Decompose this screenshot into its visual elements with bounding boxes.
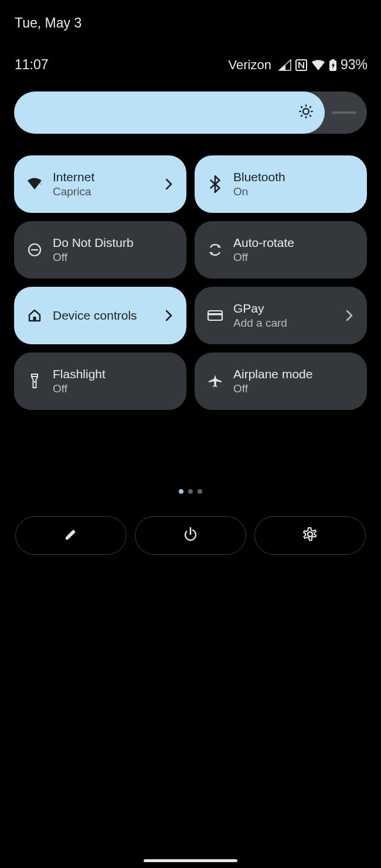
svg-point-3 [303,108,309,114]
signal-icon [278,59,291,71]
tile-device-controls[interactable]: Device controls [14,287,186,344]
wifi-icon [25,177,45,191]
carrier-label: Verizon [229,57,271,73]
rotate-icon [205,242,225,258]
svg-point-13 [308,532,312,537]
page-dot [198,489,202,494]
power-button[interactable] [135,516,246,555]
wifi-status-icon [311,59,325,71]
pencil-icon [63,527,79,544]
chevron-right-icon [162,178,176,190]
svg-rect-2 [331,59,334,61]
flashlight-icon [25,372,45,390]
tile-subtitle: Off [233,250,356,265]
tile-do-not-disturb[interactable]: Do Not Disturb Off [14,221,186,279]
page-dot [188,489,193,494]
tile-subtitle: Off [53,250,176,265]
svg-point-10 [34,381,36,383]
brightness-slider[interactable] [14,91,367,134]
nfc-icon [295,59,308,72]
tile-flashlight[interactable]: Flashlight Off [14,352,186,410]
tile-airplane-mode[interactable]: Airplane mode Off [195,352,367,410]
bluetooth-icon [205,175,225,193]
status-right: Verizon 93% [229,57,368,73]
edit-button[interactable] [15,516,127,555]
tile-title: Bluetooth [233,169,356,185]
tile-subtitle: Caprica [53,185,154,199]
tile-subtitle: Off [53,382,176,396]
card-icon [205,309,225,322]
svg-rect-7 [208,311,222,320]
tile-title: Airplane mode [233,367,356,382]
battery-icon [329,59,337,72]
settings-button[interactable] [254,516,366,555]
tile-title: Auto-rotate [233,235,356,250]
tile-subtitle: Add a card [233,316,334,330]
status-bar: 11:07 Verizon 93% [0,57,381,73]
gear-icon [302,526,318,545]
tile-internet[interactable]: Internet Caprica [14,155,186,213]
tile-title: Internet [53,169,154,185]
power-icon [182,526,199,545]
svg-rect-8 [208,313,222,316]
tile-gpay[interactable]: GPay Add a card [195,287,367,344]
home-icon [25,308,45,323]
footer-actions [15,516,366,555]
tile-title: Do Not Disturb [53,235,176,250]
page-dot [179,489,183,494]
airplane-icon [205,373,225,389]
battery-percent-label: 93% [341,57,368,73]
tile-title: Flashlight [53,367,176,382]
tile-subtitle: Off [233,382,356,396]
brightness-icon [298,103,314,122]
tile-auto-rotate[interactable]: Auto-rotate Off [195,221,367,279]
svg-rect-6 [33,317,36,321]
chevron-right-icon [162,310,176,321]
chevron-right-icon [342,310,356,321]
clock-label: 11:07 [15,57,49,73]
nav-handle[interactable] [144,859,237,862]
page-indicator [0,489,381,494]
tile-title: GPay [233,301,334,316]
date-label: Tue, May 3 [15,15,81,31]
dnd-icon [25,242,45,257]
tile-bluetooth[interactable]: Bluetooth On [195,155,367,213]
tile-subtitle: On [233,185,356,199]
quick-settings-grid: Internet Caprica Bluetooth On Do Not Dis… [14,155,367,410]
tile-title: Device controls [53,308,154,323]
